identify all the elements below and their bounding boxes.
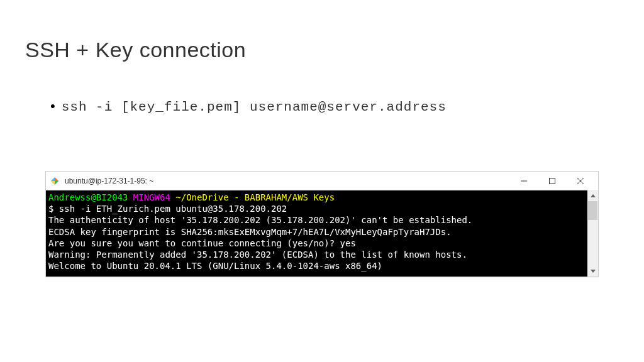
slide-title: SSH + Key connection — [25, 38, 246, 62]
svg-rect-5 — [549, 178, 555, 184]
scrollbar[interactable] — [587, 190, 598, 277]
terminal-line: Andrewss@BI2043 MINGW64 ~/OneDrive - BAB… — [48, 192, 594, 203]
maximize-button[interactable] — [538, 172, 566, 190]
terminal-line: Warning: Permanently added '35.178.200.2… — [48, 249, 594, 260]
svg-marker-1 — [55, 177, 58, 181]
cmd-text: ssh -i ETH_Zurich.pem ubuntu@35.178.200.… — [59, 204, 287, 214]
terminal-line: $ ssh -i ETH_Zurich.pem ubuntu@35.178.20… — [48, 203, 594, 214]
prompt-env: MINGW64 — [128, 192, 175, 202]
minimize-button[interactable] — [509, 172, 538, 190]
terminal-line: Welcome to Ubuntu 20.04.1 LTS (GNU/Linux… — [48, 260, 594, 272]
prompt-path: ~/OneDrive - BABRAHAM/AWS Keys — [175, 192, 335, 202]
terminal-body[interactable]: Andrewss@BI2043 MINGW64 ~/OneDrive - BAB… — [46, 190, 598, 277]
terminal-line: ECDSA key fingerprint is SHA256:mksExEMx… — [48, 226, 594, 238]
app-icon — [50, 176, 60, 186]
window-titlebar: ubuntu@ip-172-31-1-95: ~ — [46, 172, 598, 190]
svg-marker-9 — [591, 270, 596, 273]
terminal-line: The authenticity of host '35.178.200.202… — [48, 214, 594, 226]
svg-marker-3 — [51, 181, 55, 185]
prompt-user: Andrewss@BI2043 — [48, 192, 128, 202]
cmd-prefix: $ — [48, 204, 59, 214]
bullet-marker: • — [50, 99, 55, 113]
window-controls — [509, 172, 594, 190]
window-title: ubuntu@ip-172-31-1-95: ~ — [65, 177, 509, 185]
bullet-item: • ssh -i [key_file.pem] username@server.… — [50, 99, 447, 114]
svg-marker-8 — [591, 194, 596, 197]
svg-marker-2 — [55, 181, 58, 185]
scroll-down-button[interactable] — [587, 266, 598, 277]
close-button[interactable] — [566, 172, 594, 190]
scroll-thumb[interactable] — [588, 201, 597, 220]
bullet-text: ssh -i [key_file.pem] username@server.ad… — [62, 100, 447, 114]
scroll-up-button[interactable] — [587, 190, 598, 201]
terminal-line: Are you sure you want to continue connec… — [48, 238, 594, 249]
terminal-window: ubuntu@ip-172-31-1-95: ~ Andrewss@BI2043… — [45, 171, 599, 277]
